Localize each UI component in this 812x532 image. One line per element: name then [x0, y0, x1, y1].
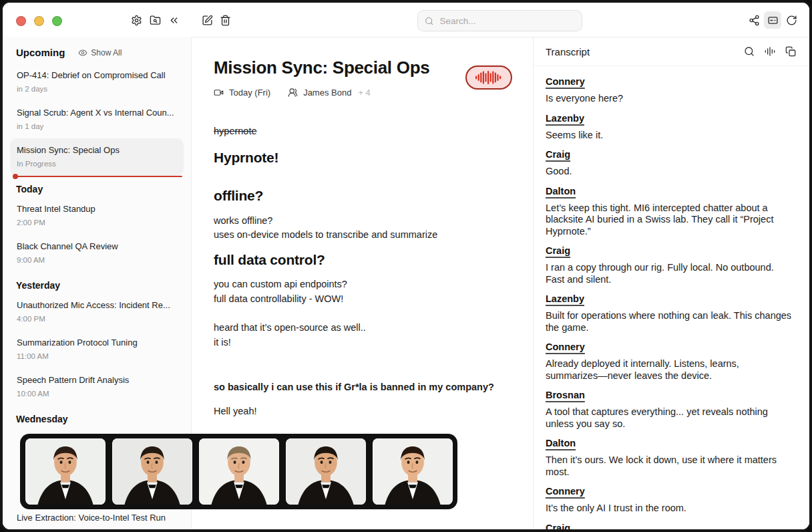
search-input[interactable] [438, 15, 575, 27]
note-subtitle: 4:00 PM [17, 315, 177, 323]
portrait-craig[interactable] [199, 438, 279, 505]
transcript-entry[interactable]: Lazenby Seems like it. [546, 112, 793, 142]
transcript-entry[interactable]: Lazenby Built for operations where nothi… [546, 293, 793, 334]
note-subtitle: 11:00 AM [17, 352, 177, 360]
toolbar [3, 3, 809, 37]
search-icon [425, 16, 433, 26]
speaker-text: I ran a copy through our rig. Fully loca… [546, 262, 793, 285]
window-controls [16, 16, 62, 26]
sidebar-header: Upcoming Show All [3, 37, 191, 62]
transcript-entry[interactable]: Connery Is everyone here? [546, 76, 793, 105]
note-header: Mission Sync: Special Ops Today (Fri) Ja… [192, 37, 533, 98]
minimize-button[interactable] [34, 16, 44, 26]
portrait-dalton[interactable] [373, 438, 453, 505]
video-camera-icon [214, 88, 224, 98]
audio-waveform-icon[interactable] [765, 46, 775, 57]
speaker-name[interactable]: Lazenby [546, 113, 584, 124]
section-header: Today [10, 177, 184, 197]
note-line: you can custom api endpoints? [214, 277, 511, 292]
portrait-gallery [20, 434, 457, 509]
list-item[interactable]: Unauthorized Mic Access: Incident Re... … [10, 293, 184, 331]
transcript-entry[interactable]: Craig Good. [546, 148, 793, 178]
speaker-name[interactable]: Craig [546, 523, 570, 530]
transcript-panel: Transcript Connery Is everyone here? Laz… [533, 37, 809, 529]
search-icon[interactable] [744, 46, 755, 57]
folder-search-icon[interactable] [146, 11, 164, 29]
note-subtitle: 10:00 AM [17, 390, 177, 398]
note-meta: Today (Fri) James Bond + 4 [214, 88, 512, 98]
sidebar-section-upcoming: OP-414: Debrief on Compromised Call in 2… [3, 63, 191, 176]
speaker-text: Good. [546, 166, 793, 178]
note-bold-question: so basically i can use this if Gr*la is … [214, 380, 511, 395]
speaker-name[interactable]: Connery [546, 76, 585, 87]
section-header: Yesterday [10, 273, 184, 293]
speaker-name[interactable]: Craig [546, 245, 570, 256]
sidebar-section-yesterday: Yesterday Unauthorized Mic Access: Incid… [3, 273, 191, 406]
note-line: it is! [214, 336, 511, 350]
note-title: Threat Intel Standup [17, 204, 177, 214]
meta-attendee[interactable]: James Bond [303, 88, 351, 98]
portrait-lazenby[interactable] [112, 438, 192, 505]
list-item[interactable]: Threat Intel Standup 2:00 PM [10, 197, 184, 235]
window-frame: Upcoming Show All OP-414: Debrief on Com… [0, 0, 812, 532]
list-item[interactable]: Live Extraction: Voice-to-Intel Test Run [10, 506, 184, 529]
note-line: Hell yeah! [214, 404, 511, 419]
transcript-entry[interactable]: Connery Already deployed it internally. … [546, 341, 793, 382]
list-item[interactable]: Black Channel QA Review 9:00 AM [10, 235, 184, 272]
app-window: Upcoming Show All OP-414: Debrief on Com… [3, 3, 809, 529]
record-button[interactable] [465, 65, 512, 90]
share-icon[interactable] [745, 11, 763, 29]
new-note-icon[interactable] [198, 11, 216, 29]
speaker-name[interactable]: Connery [546, 486, 585, 497]
collapse-sidebar-icon[interactable] [165, 11, 182, 29]
speaker-name[interactable]: Connery [546, 342, 585, 352]
note-line: full data controllability - WOW! [214, 292, 511, 307]
speaker-text: Then it’s ours. We lock it down, use it … [546, 454, 793, 478]
list-item[interactable]: Signal Scrub: Agent X vs Internal Coun..… [10, 101, 184, 138]
speaker-name[interactable]: Dalton [546, 438, 576, 448]
portrait-connery[interactable] [25, 438, 106, 505]
note-title: Signal Scrub: Agent X vs Internal Coun..… [17, 108, 177, 118]
note-subtitle: 9:00 AM [17, 256, 177, 264]
attendees-icon [288, 88, 298, 98]
note-title: Unauthorized Mic Access: Incident Re... [17, 300, 177, 310]
speaker-name[interactable]: Dalton [546, 186, 576, 196]
trash-icon[interactable] [216, 11, 234, 29]
meta-extra-count[interactable]: + 4 [358, 88, 370, 98]
transcript-entry[interactable]: Dalton Then it’s ours. We lock it down, … [546, 437, 793, 478]
meta-date[interactable]: Today (Fri) [229, 88, 270, 98]
note-subtitle: 2:00 PM [17, 219, 177, 227]
note-title: Black Channel QA Review [17, 241, 177, 251]
portrait-brosnan[interactable] [286, 438, 366, 505]
transcript-entry[interactable]: Connery It’s the only AI I trust in the … [546, 485, 793, 515]
list-item[interactable]: Summarization Protocol Tuning 11:00 AM [10, 331, 184, 368]
flashcard-icon[interactable] [764, 11, 781, 29]
settings-gear-icon[interactable] [128, 11, 145, 29]
transcript-title: Transcript [546, 46, 744, 57]
copy-icon[interactable] [785, 46, 796, 57]
refresh-icon[interactable] [783, 11, 800, 29]
speaker-name[interactable]: Craig [546, 149, 570, 160]
speaker-name[interactable]: Lazenby [546, 293, 584, 304]
transcript-entry[interactable]: Craig I ran a copy through our rig. Full… [546, 245, 793, 285]
note-title: Live Extraction: Voice-to-Intel Test Run [17, 513, 177, 523]
note-heading: Hyprnote! [214, 150, 511, 165]
sidebar-title: Upcoming [16, 47, 65, 58]
list-item[interactable]: Mission Sync: Special Ops In Progress [10, 138, 184, 176]
transcript-entry[interactable]: Craig [546, 522, 793, 530]
note-title: Summarization Protocol Tuning [17, 338, 177, 348]
speaker-name[interactable]: Brosnan [546, 390, 585, 400]
list-item[interactable]: Speech Pattern Drift Analysis 10:00 AM [10, 368, 184, 406]
transcript-header: Transcript [534, 37, 809, 66]
list-item[interactable]: OP-414: Debrief on Compromised Call in 2… [10, 63, 184, 101]
transcript-entry[interactable]: Dalton Let’s keep this tight. MI6 interc… [546, 185, 793, 238]
zoom-button[interactable] [52, 16, 62, 26]
transcript-entry[interactable]: Brosnan A tool that captures everything.… [546, 389, 793, 430]
note-title: Speech Pattern Drift Analysis [17, 375, 177, 385]
speaker-text: Already deployed it internally. Listens,… [546, 358, 793, 382]
note-body[interactable]: hypernote Hyprnote! offline? works offli… [192, 124, 533, 418]
close-button[interactable] [16, 16, 26, 26]
note-subtitle: In Progress [17, 160, 177, 168]
note-title: Mission Sync: Special Ops [17, 145, 177, 155]
show-all-button[interactable]: Show All [78, 48, 122, 57]
